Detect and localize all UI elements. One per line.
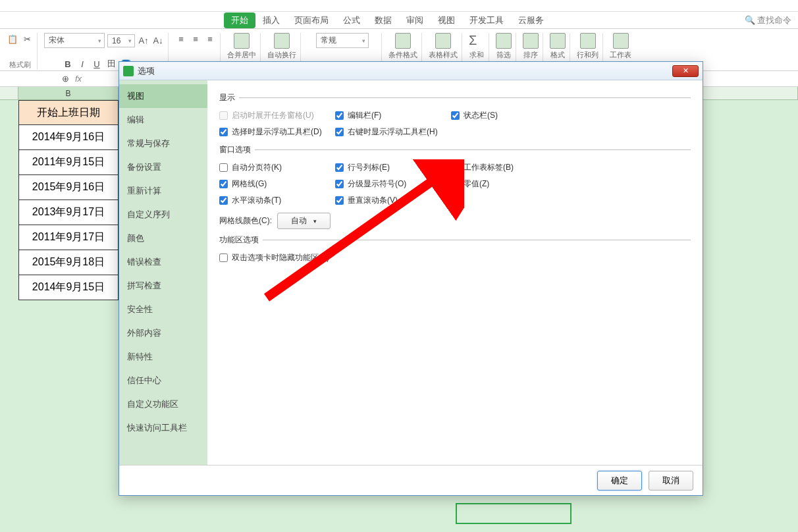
data-cell[interactable]: 2015年9月18日 — [18, 250, 119, 275]
dialog-footer: 确定 取消 — [119, 465, 703, 495]
opt-startup[interactable]: 启动时展开任务窗格(U) — [219, 110, 332, 121]
sidebar-item-customribbon[interactable]: 自定义功能区 — [119, 392, 207, 416]
dialog-titlebar[interactable]: 选项 ✕ — [119, 62, 703, 80]
sidebar-item-backup[interactable]: 备份设置 — [119, 155, 207, 179]
options-dialog: 选项 ✕ 视图 编辑 常规与保存 备份设置 重新计算 自定义序列 颜色 错误检查… — [119, 61, 703, 496]
opt-pagebreak[interactable]: 自动分页符(K) — [219, 162, 332, 173]
opt-sel-float[interactable]: 选择时显示浮动工具栏(D) — [219, 126, 332, 138]
tab-dev[interactable]: 开发工具 — [462, 13, 511, 28]
cut-icon[interactable]: ✂ — [21, 33, 33, 45]
dialog-icon — [123, 66, 134, 76]
tab-cloud[interactable]: 云服务 — [511, 13, 551, 28]
search-command[interactable]: 🔍 查找命令 — [745, 14, 791, 26]
header-cell[interactable]: 开始上班日期 — [18, 100, 119, 125]
sidebar-item-color[interactable]: 颜色 — [119, 226, 207, 250]
sidebar-item-spellcheck[interactable]: 拼写检查 — [119, 274, 207, 298]
sidebar-item-trustcenter[interactable]: 信任中心 — [119, 369, 207, 392]
data-cell[interactable]: 2014年9月15日 — [18, 275, 119, 300]
col-header-b[interactable]: B — [18, 87, 119, 99]
data-column: 开始上班日期 2014年9月16日 2011年9月15日 2015年9月16日 … — [18, 100, 119, 300]
bottom-highlight-box — [456, 503, 572, 524]
sheet-button[interactable]: 工作表 — [610, 33, 631, 60]
borders-icon[interactable]: 田 — [105, 58, 117, 70]
cancel-button[interactable]: 取消 — [649, 471, 693, 491]
tab-formula[interactable]: 公式 — [336, 13, 367, 28]
underline-icon[interactable]: U — [91, 58, 103, 70]
sort-label: 排序 — [523, 50, 538, 60]
sidebar-item-newfeature[interactable]: 新特性 — [119, 345, 207, 369]
italic-icon[interactable]: I — [76, 58, 88, 70]
merge-center-button[interactable]: 合并居中 — [227, 33, 256, 60]
section-ribbon: 功能区选项 — [219, 234, 691, 246]
merge-label: 合并居中 — [227, 50, 256, 60]
section-display: 显示 — [219, 92, 691, 103]
fx-icon[interactable]: fx — [75, 74, 82, 84]
opt-outline[interactable]: 分级显示符号(O) — [335, 178, 448, 190]
sidebar-item-view[interactable]: 视图 — [119, 84, 207, 108]
opt-zero[interactable]: 零值(Z) — [451, 178, 564, 190]
opt-dblclick[interactable]: 双击选项卡时隐藏功能区(A) — [219, 252, 564, 263]
sidebar-item-external[interactable]: 外部内容 — [119, 321, 207, 345]
number-format-select[interactable]: 常规 — [316, 33, 369, 48]
opt-gridlines[interactable]: 网格线(G) — [219, 178, 332, 190]
tab-review[interactable]: 审阅 — [399, 13, 431, 28]
opt-editbar[interactable]: 编辑栏(F) — [335, 110, 448, 121]
font-name-select[interactable]: 宋体 — [44, 33, 105, 48]
quick-access-strip — [0, 0, 798, 12]
select-all-corner[interactable] — [0, 87, 18, 99]
align-top-icon[interactable]: ≡ — [175, 33, 187, 45]
filter-label: 筛选 — [496, 50, 511, 60]
data-cell[interactable]: 2013年9月17日 — [18, 200, 119, 225]
opt-hscroll[interactable]: 水平滚动条(T) — [219, 195, 332, 206]
format-button[interactable]: 格式 — [550, 33, 566, 60]
sum-label: 求和 — [469, 50, 484, 60]
close-button[interactable]: ✕ — [672, 65, 699, 77]
wrap-label: 自动换行 — [267, 50, 296, 60]
rowcol-label: 行和列 — [577, 50, 598, 60]
sheet-label: 工作表 — [610, 50, 631, 60]
lookup-icon[interactable]: ⊕ — [59, 73, 71, 85]
sidebar-item-general[interactable]: 常规与保存 — [119, 132, 207, 155]
dialog-main: 显示 启动时展开任务窗格(U) 编辑栏(F) 状态栏(S) 选择时显示浮动工具栏… — [207, 80, 703, 465]
wrap-text-button[interactable]: 自动换行 — [267, 33, 296, 60]
tab-data[interactable]: 数据 — [367, 13, 399, 28]
decrease-font-icon[interactable]: A↓ — [152, 35, 164, 47]
opt-statusbar[interactable]: 状态栏(S) — [451, 110, 564, 121]
opt-rowcol[interactable]: 行号列标(E) — [335, 162, 448, 173]
ok-button[interactable]: 确定 — [597, 471, 642, 491]
tab-layout[interactable]: 页面布局 — [287, 13, 336, 28]
data-cell[interactable]: 2011年9月15日 — [18, 150, 119, 175]
filter-button[interactable]: 筛选 — [496, 33, 512, 60]
increase-font-icon[interactable]: A↑ — [138, 35, 149, 47]
search-icon: 🔍 — [745, 15, 755, 25]
opt-sheettab[interactable]: 工作表标签(B) — [451, 162, 564, 173]
cond-label: 条件格式 — [388, 50, 417, 60]
data-cell[interactable]: 2014年9月16日 — [18, 125, 119, 150]
bold-icon[interactable]: B — [62, 58, 74, 70]
sort-button[interactable]: 排序 — [523, 33, 539, 60]
data-cell[interactable]: 2011年9月17日 — [18, 225, 119, 250]
align-bot-icon[interactable]: ≡ — [204, 33, 216, 45]
sidebar-item-security[interactable]: 安全性 — [119, 298, 207, 321]
tab-insert[interactable]: 插入 — [255, 13, 287, 28]
font-size-select[interactable]: 16 — [107, 34, 135, 47]
opt-rt-float[interactable]: 右键时显示浮动工具栏(H) — [335, 126, 448, 138]
sidebar-item-errorcheck[interactable]: 错误检查 — [119, 250, 207, 274]
paste-icon[interactable]: 📋 — [7, 33, 18, 45]
grid-color-select[interactable]: 自动 — [277, 213, 331, 229]
sidebar-item-quickaccess[interactable]: 快速访问工具栏 — [119, 416, 207, 440]
sum-button[interactable]: Σ求和 — [469, 33, 485, 60]
opt-vscroll[interactable]: 垂直滚动条(V) — [335, 195, 448, 206]
tab-start[interactable]: 开始 — [224, 13, 255, 28]
sidebar-item-recalc[interactable]: 重新计算 — [119, 179, 207, 203]
sidebar-item-edit[interactable]: 编辑 — [119, 108, 207, 132]
cond-format-button[interactable]: 条件格式 — [388, 33, 417, 60]
table-style-button[interactable]: 表格样式 — [429, 33, 458, 60]
grid-color-label: 网格线颜色(C): — [219, 215, 272, 226]
data-cell[interactable]: 2015年9月16日 — [18, 175, 119, 200]
align-mid-icon[interactable]: ≡ — [190, 33, 201, 45]
rowcol-button[interactable]: 行和列 — [577, 33, 598, 60]
sidebar-item-customlist[interactable]: 自定义序列 — [119, 203, 207, 226]
format-painter-label[interactable]: 格式刷 — [9, 60, 31, 70]
tab-view[interactable]: 视图 — [431, 13, 462, 28]
